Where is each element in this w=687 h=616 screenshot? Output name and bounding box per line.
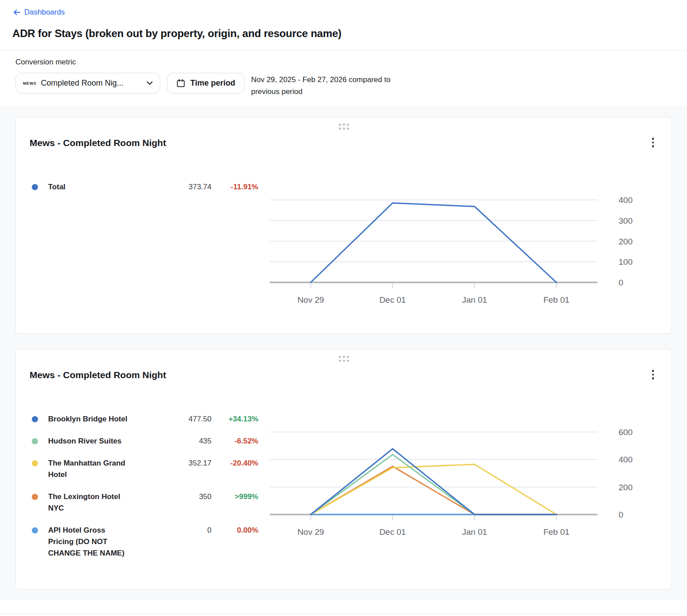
legend-series-change: -6.52% [211, 436, 258, 447]
chart-legend: Total 373.74 -11.91% [30, 180, 258, 203]
legend-series-name: Total [48, 181, 128, 193]
chevron-down-icon [147, 81, 153, 85]
legend-series-change: -11.91% [211, 181, 258, 193]
conversion-metric-value: Completed Room Nig... [41, 79, 142, 88]
time-period-button[interactable]: Time period [167, 73, 245, 94]
legend-series-name: Hudson River Suites [48, 436, 128, 447]
legend-series-name: Brooklyn Bridge Hotel [48, 413, 128, 425]
mews-brand-logo: MEWS [23, 81, 36, 86]
legend-item[interactable]: Total 373.74 -11.91% [30, 181, 258, 193]
arrow-left-icon [12, 8, 21, 17]
card-title: Mews - Completed Room Night [30, 370, 658, 380]
back-link[interactable]: Dashboards [12, 8, 65, 17]
svg-text:Jan 01: Jan 01 [462, 295, 487, 304]
dashboard-canvas: Mews - Completed Room Night Total 373.74… [0, 105, 687, 600]
svg-text:200: 200 [619, 483, 633, 492]
legend-series-value: 350 [128, 491, 211, 514]
svg-text:Dec 01: Dec 01 [379, 527, 406, 537]
legend-color-dot [32, 494, 38, 500]
next-widget-edge [0, 614, 687, 616]
legend-series-value: 477.50 [128, 413, 211, 425]
legend-series-name: API Hotel Gross Pricing (DO NOT CHANGE T… [48, 525, 128, 559]
svg-text:Feb 01: Feb 01 [544, 527, 570, 537]
svg-text:Dec 01: Dec 01 [379, 295, 406, 304]
conversion-metric-label: Conversion metric [15, 58, 672, 67]
legend-series-name: The Manhattan Grand Hotel [48, 458, 128, 481]
legend-series-change: +34.13% [211, 413, 258, 425]
card-menu-button[interactable] [649, 367, 657, 382]
card-menu-button[interactable] [649, 135, 657, 150]
svg-text:200: 200 [619, 237, 633, 246]
widget-card-properties: Mews - Completed Room Night Brooklyn Bri… [15, 349, 672, 590]
svg-text:600: 600 [619, 428, 633, 437]
line-chart: Nov 29Dec 01Jan 01Feb 010100200300400 [270, 180, 658, 308]
svg-text:300: 300 [619, 216, 633, 225]
legend-item[interactable]: The Manhattan Grand Hotel 352.17 -20.40% [30, 458, 258, 481]
calendar-icon [176, 79, 185, 88]
legend-color-dot [32, 416, 38, 422]
legend-series-change: >999% [211, 491, 258, 514]
legend-series-value: 435 [128, 436, 211, 447]
drag-handle-icon[interactable] [337, 354, 350, 363]
svg-text:0: 0 [619, 510, 623, 519]
svg-text:400: 400 [619, 455, 633, 464]
page-title: ADR for Stays (broken out by property, o… [12, 27, 675, 40]
widget-card-total: Mews - Completed Room Night Total 373.74… [15, 117, 672, 334]
svg-text:Nov 29: Nov 29 [298, 527, 324, 537]
legend-item[interactable]: Hudson River Suites 435 -6.52% [30, 436, 258, 447]
svg-text:Nov 29: Nov 29 [298, 295, 324, 304]
conversion-metric-select[interactable]: MEWS Completed Room Nig... [15, 73, 160, 94]
legend-item[interactable]: API Hotel Gross Pricing (DO NOT CHANGE T… [30, 525, 258, 559]
drag-handle-icon[interactable] [337, 122, 350, 131]
date-range-text: Nov 29, 2025 - Feb 27, 2026 compared to … [251, 73, 415, 98]
legend-color-dot [32, 438, 38, 444]
legend-item[interactable]: The Lexington Hotel NYC 350 >999% [30, 491, 258, 514]
chart-legend: Brooklyn Bridge Hotel 477.50 +34.13% Hud… [30, 413, 258, 570]
legend-color-dot [32, 527, 38, 533]
legend-series-value: 0 [128, 525, 211, 559]
legend-color-dot [32, 184, 38, 190]
legend-series-name: The Lexington Hotel NYC [48, 491, 128, 514]
legend-series-value: 373.74 [128, 181, 211, 193]
controls-bar: Conversion metric MEWS Completed Room Ni… [0, 51, 687, 98]
time-period-label: Time period [190, 79, 235, 88]
legend-series-value: 352.17 [128, 458, 211, 481]
legend-item[interactable]: Brooklyn Bridge Hotel 477.50 +34.13% [30, 413, 258, 425]
line-chart: Nov 29Dec 01Jan 01Feb 010200400600 [270, 413, 658, 541]
page-header: Dashboards ADR for Stays (broken out by … [0, 0, 687, 40]
svg-text:Jan 01: Jan 01 [462, 527, 487, 537]
svg-text:Feb 01: Feb 01 [544, 295, 570, 304]
svg-text:100: 100 [619, 257, 633, 267]
svg-text:400: 400 [619, 195, 633, 205]
legend-series-change: -20.40% [211, 458, 258, 481]
legend-series-change: 0.00% [211, 525, 258, 559]
svg-text:0: 0 [619, 278, 623, 287]
card-title: Mews - Completed Room Night [30, 138, 658, 148]
back-link-label: Dashboards [24, 8, 65, 17]
legend-color-dot [32, 460, 38, 466]
